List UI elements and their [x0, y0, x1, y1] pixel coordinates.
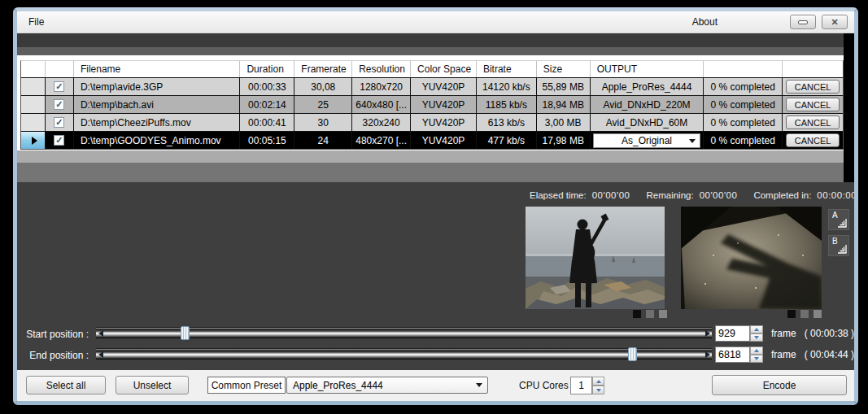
frame-capture-icon — [836, 217, 847, 228]
table-row[interactable]: ✓ D:\temp\avide.3GP 00:00:33 30,08 1280x… — [21, 77, 843, 95]
cpu-cores-label: CPU Cores — [519, 380, 569, 391]
cell-output[interactable]: Apple_ProRes_4444 — [591, 78, 704, 95]
cell-cancel: CANCEL — [783, 96, 843, 113]
slider-left-arrow-icon — [98, 351, 103, 358]
minimize-button[interactable] — [790, 15, 816, 29]
close-icon: ✕ — [831, 18, 838, 27]
start-frame-input[interactable] — [715, 325, 750, 342]
cell-bitrate: 613 kb/s — [477, 114, 537, 131]
row-checkbox[interactable]: ✓ — [54, 81, 64, 92]
row-checkbox[interactable]: ✓ — [54, 135, 64, 146]
cell-duration: 00:00:41 — [240, 114, 294, 131]
cell-bitrate: 477 kb/s — [477, 132, 537, 149]
status-bar: Elapsed time: 00'00'00 Remaining: 00'00'… — [530, 190, 854, 200]
cell-bitrate: 1185 kb/s — [477, 96, 537, 113]
indicator-square — [659, 310, 667, 318]
remaining-value: 00'00'00 — [700, 190, 738, 200]
encode-button[interactable]: Encode — [712, 375, 847, 395]
spinner-down-button[interactable] — [750, 355, 763, 363]
cell-cancel: CANCEL — [783, 78, 843, 95]
cancel-button[interactable]: CANCEL — [786, 80, 840, 94]
cell-duration: 00:00:33 — [240, 78, 294, 95]
cell-output[interactable]: Avid_DNxHD_60M — [591, 114, 704, 131]
start-slider-thumb[interactable] — [181, 326, 190, 340]
menu-bar: File About ✕ — [17, 11, 854, 33]
cell-duration: 00:05:15 — [240, 132, 294, 149]
row-checkbox[interactable]: ✓ — [54, 117, 64, 128]
cell-cancel: CANCEL — [783, 132, 843, 149]
common-preset-combobox[interactable]: Apple_ProRes_4444 — [286, 377, 488, 394]
minimize-icon — [798, 20, 808, 24]
cancel-button[interactable]: CANCEL — [786, 133, 840, 147]
close-button[interactable]: ✕ — [822, 15, 848, 29]
cell-resolution: 640x480 [... — [352, 96, 411, 113]
row-checkbox-cell: ✓ — [46, 132, 74, 149]
app-window: File About ✕ Filename Duration Framerate… — [13, 7, 858, 405]
row-checkbox[interactable]: ✓ — [54, 99, 64, 110]
row-selector-arrow-icon — [32, 137, 37, 145]
indicator-square — [787, 310, 796, 318]
preview-a-button[interactable]: A — [828, 209, 849, 230]
output-preset-combobox[interactable]: As_Original — [593, 133, 700, 148]
end-slider-thumb[interactable] — [628, 347, 637, 361]
cell-output[interactable]: Avid_DNxHD_220M — [591, 96, 704, 113]
row-selector-cell-active[interactable] — [21, 132, 46, 149]
select-all-button[interactable]: Select all — [26, 376, 106, 394]
end-frame-readout: frame ( 00:04:44 ) — [771, 349, 854, 360]
header-duration[interactable]: Duration — [240, 61, 294, 77]
cell-duration: 00:02:14 — [240, 96, 294, 113]
preview-a-indicators — [633, 310, 667, 318]
header-colorspace[interactable]: Color Space — [411, 61, 477, 77]
preview-panel: Elapsed time: 00'00'00 Remaining: 00'00'… — [17, 182, 854, 370]
dropdown-arrow-icon — [476, 383, 482, 387]
header-filename[interactable]: Filename — [74, 61, 241, 77]
row-selector-cell[interactable] — [21, 96, 46, 113]
window-content: File About ✕ Filename Duration Framerate… — [17, 11, 854, 401]
cell-cancel: CANCEL — [783, 114, 843, 131]
cell-colorspace: YUV420P — [411, 96, 477, 113]
toolbar-strip-light — [17, 47, 854, 55]
spinner-up-button[interactable] — [750, 346, 763, 355]
row-checkbox-cell: ✓ — [46, 78, 74, 95]
indicator-square — [633, 310, 641, 318]
row-selector-cell[interactable] — [21, 78, 46, 95]
elapsed-value: 00'00'00 — [592, 190, 630, 200]
spinner-up-icon — [754, 349, 759, 352]
header-resolution[interactable]: Resolution — [352, 61, 411, 77]
table-row[interactable]: ✓ D:\temp\bach.avi 00:02:14 25 640x480 [… — [21, 95, 843, 113]
table-row-selected[interactable]: ✓ D:\temp\GOODYES_Animo.mov 00:05:15 24 … — [21, 131, 843, 149]
menu-file[interactable]: File — [17, 11, 55, 33]
end-position-slider[interactable] — [96, 348, 712, 360]
header-output[interactable]: OUTPUT — [591, 61, 704, 77]
row-selector-cell[interactable] — [21, 114, 46, 131]
end-time-value: ( 00:04:44 ) — [805, 349, 854, 360]
spinner-up-icon — [754, 328, 759, 331]
cancel-button[interactable]: CANCEL — [786, 98, 840, 111]
start-frame-spinner — [750, 325, 763, 342]
menu-about[interactable]: About — [681, 11, 729, 33]
spinner-down-button[interactable] — [750, 333, 763, 342]
cell-framerate: 25 — [294, 96, 352, 113]
remaining-label: Remaining: — [646, 190, 693, 200]
header-size[interactable]: Size — [537, 61, 591, 77]
common-preset-value: Apple_ProRes_4444 — [287, 380, 476, 391]
completed-value: 00:00:00 — [817, 190, 854, 200]
header-bitrate[interactable]: Bitrate — [477, 61, 537, 77]
end-frame-input[interactable] — [715, 346, 750, 363]
spinner-up-button[interactable] — [592, 377, 604, 386]
header-framerate[interactable]: Framerate — [294, 61, 352, 77]
spinner-down-icon — [754, 336, 759, 339]
cell-output: As_Original — [591, 132, 704, 149]
preview-b-button[interactable]: B — [828, 235, 849, 256]
start-position-slider[interactable] — [96, 327, 712, 338]
unselect-button[interactable]: Unselect — [116, 376, 189, 394]
cancel-button[interactable]: CANCEL — [786, 115, 840, 129]
header-selector — [21, 61, 46, 77]
cpu-cores-value[interactable]: 1 — [570, 377, 592, 394]
spinner-up-button[interactable] — [750, 325, 763, 333]
table-row[interactable]: ✓ D:\temp\CheeziPuffs.mov 00:00:41 30 32… — [21, 113, 843, 131]
spinner-down-button[interactable] — [592, 386, 604, 394]
cell-filename: D:\temp\GOODYES_Animo.mov — [74, 132, 241, 149]
output-preset-value: As_Original — [594, 135, 700, 146]
toolbar-strip-dark — [17, 33, 854, 47]
